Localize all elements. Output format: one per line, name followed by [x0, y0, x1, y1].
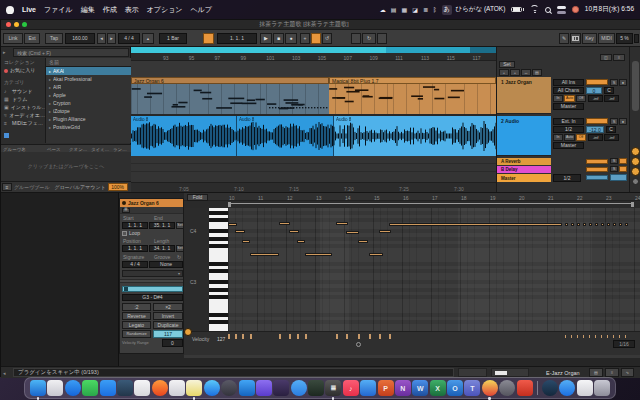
midi-note[interactable]	[379, 230, 391, 233]
stats-icon[interactable]: ◪	[412, 6, 418, 13]
clip-start-field[interactable]: 1. 1. 1	[122, 222, 148, 229]
double-time-button[interactable]: ×2	[153, 303, 183, 311]
browser-collapse-icon[interactable]: ▸	[3, 50, 6, 55]
wifi-icon[interactable]	[530, 6, 539, 14]
dock-icon-excel[interactable]: X	[430, 380, 446, 396]
velocity-tick[interactable]	[607, 335, 608, 338]
disclosure-icon[interactable]: ▸	[49, 85, 51, 90]
track2-solo-button[interactable]: S	[610, 118, 618, 125]
return-b-lane[interactable]	[131, 164, 496, 172]
menu-item[interactable]: 作成	[103, 5, 117, 15]
velocity-tick[interactable]	[601, 335, 602, 338]
dock-icon-powerpoint[interactable]: P	[378, 380, 394, 396]
menu-item[interactable]: ファイル	[44, 5, 73, 15]
dock-icon-photoshop[interactable]	[273, 380, 289, 396]
loop-brace[interactable]	[228, 203, 634, 206]
sidebar-item-category[interactable]: ≈オーディオエ…	[1, 111, 45, 119]
midi-note[interactable]	[619, 223, 622, 226]
midi-note[interactable]	[297, 240, 305, 243]
screen-record-indicator[interactable]	[572, 6, 579, 13]
midi-note[interactable]	[607, 223, 610, 226]
disclosure-icon[interactable]: ▸	[49, 77, 51, 82]
loop-length-field[interactable]: 34. 1. 1	[149, 245, 175, 252]
vendor-row[interactable]: ▸AIR	[46, 83, 131, 91]
vendor-row[interactable]: ▸Crypton	[46, 99, 131, 107]
menu-item[interactable]: 表示	[125, 5, 139, 15]
grid-icon[interactable]: ▦	[402, 6, 408, 13]
velocity-tick[interactable]	[250, 334, 252, 339]
velocity-tick[interactable]	[228, 334, 230, 339]
master-cue-volume[interactable]	[610, 174, 627, 181]
groove-drop-area[interactable]: クリップまたはグルーヴをここへ	[1, 152, 131, 181]
velocity-tick[interactable]	[235, 334, 237, 339]
track1-lane-top[interactable]	[131, 61, 496, 77]
randomize-button[interactable]: Randomize	[122, 330, 151, 338]
record-button[interactable]: ●	[285, 33, 297, 44]
piano-keyboard[interactable]	[209, 208, 228, 331]
track2-monitor-in[interactable]: In	[553, 134, 563, 141]
punch-in-button[interactable]	[351, 33, 361, 44]
velocity-tick[interactable]	[336, 334, 338, 339]
disclosure-icon[interactable]: ▸	[49, 109, 51, 114]
dock-icon-terminal[interactable]	[308, 380, 324, 396]
disclosure-icon[interactable]: ▸	[49, 101, 51, 106]
follow-button[interactable]	[203, 33, 214, 44]
link-button[interactable]: Link	[3, 33, 23, 44]
vendor-row[interactable]: ▸Apple	[46, 91, 131, 99]
dock-icon-contacts[interactable]	[169, 380, 185, 396]
velocity-tick[interactable]	[589, 335, 590, 338]
re-enable-automation-button[interactable]: ↺	[322, 33, 332, 44]
velocity-tick[interactable]	[619, 335, 620, 338]
grid-setting-label[interactable]: 1/16	[613, 340, 635, 348]
velocity-tick[interactable]	[297, 334, 299, 339]
favorites-item[interactable]: お気に入り	[4, 68, 35, 73]
midi-clip-body[interactable]	[329, 84, 496, 114]
track1-input-routing[interactable]: All Ins	[553, 79, 584, 86]
track2-monitor-off[interactable]: Off	[576, 134, 586, 141]
midi-note[interactable]	[595, 223, 598, 226]
notes-tab-strip[interactable]	[122, 286, 183, 292]
velocity-tick[interactable]	[571, 335, 572, 338]
device-hot-swap-icon[interactable]: ▤	[589, 368, 603, 377]
note-grid[interactable]	[228, 208, 640, 331]
velocity-tick[interactable]	[369, 334, 371, 339]
editor-ruler[interactable]: 101112131415161718192021222324	[184, 193, 640, 201]
preview-knob[interactable]	[632, 178, 639, 185]
ime-badge-icon[interactable]: あ	[442, 5, 452, 15]
vendor-row[interactable]: ▸Akai Professional	[46, 75, 131, 83]
velocity-value[interactable]: 127	[217, 336, 225, 342]
clip-title-bar[interactable]: Jazz Organ 6	[120, 199, 183, 207]
dock-icon-teams[interactable]: T	[464, 380, 480, 396]
velocity-tick[interactable]	[577, 335, 578, 338]
return-b-solo-button[interactable]: S	[610, 166, 618, 172]
track2-pan-field[interactable]: C	[606, 126, 616, 133]
groove-pool-icon[interactable]: ≡	[2, 183, 12, 191]
midi-note[interactable]	[589, 223, 592, 226]
overdub-button[interactable]: +	[300, 33, 310, 44]
set-end-button[interactable]: Set	[176, 222, 184, 229]
track-header-name[interactable]: 2 Audio	[497, 116, 551, 156]
master-volume-bar[interactable]	[586, 175, 608, 180]
tempo-field[interactable]: 160.00	[65, 33, 95, 44]
midi-note[interactable]	[346, 231, 359, 234]
apple-menu-icon[interactable]	[6, 6, 14, 14]
midi-note[interactable]	[228, 223, 237, 226]
list-icon[interactable]: ≣	[423, 6, 428, 13]
time-signature-field[interactable]: 4 / 4	[118, 33, 140, 44]
velocity-tick[interactable]	[595, 335, 596, 338]
track1-pan-field[interactable]: C	[604, 87, 614, 94]
vendor-row[interactable]: ▸iZotope	[46, 107, 131, 115]
ime-label[interactable]: ひらがな (ATOK)	[456, 5, 506, 14]
arrangement-overview-box[interactable]	[491, 368, 529, 377]
disclosure-icon[interactable]: ▸	[49, 93, 51, 98]
return-a-lane[interactable]	[131, 156, 496, 164]
track2-arm-button[interactable]: ●	[619, 118, 627, 125]
vendor-row[interactable]: ▸PositiveGrid	[46, 123, 131, 131]
draw-mode-button[interactable]: ✎	[559, 33, 569, 44]
control-center-icon[interactable]	[557, 6, 566, 14]
dock-icon-facetime[interactable]	[82, 380, 98, 396]
menu-app-name[interactable]: Live	[22, 6, 36, 13]
legato-button[interactable]: Legato	[122, 321, 151, 329]
dock-icon-safari[interactable]	[204, 380, 220, 396]
midi-note[interactable]	[601, 223, 604, 226]
